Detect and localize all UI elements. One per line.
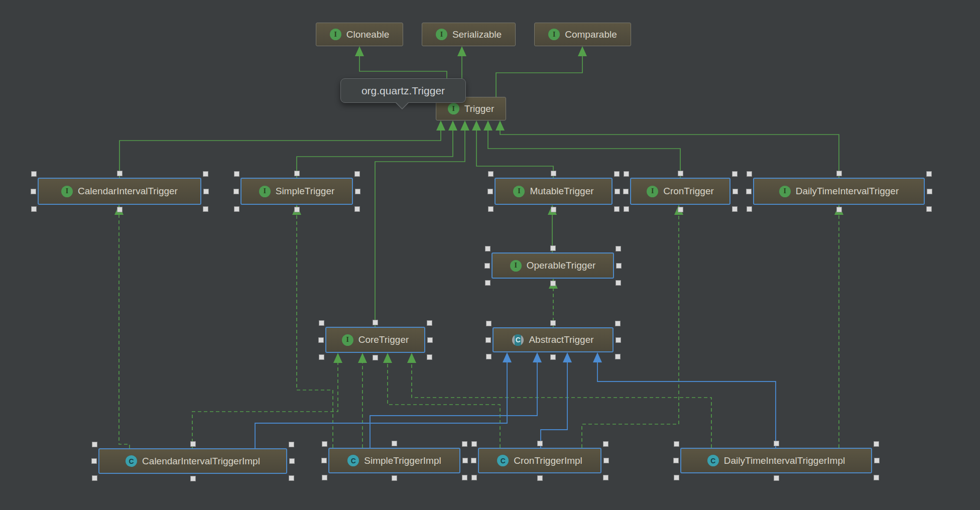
node-simple-trigger-impl[interactable]: CSimpleTriggerImpl — [328, 448, 460, 473]
selection-handle[interactable] — [117, 207, 122, 212]
selection-handle[interactable] — [537, 441, 543, 446]
selection-handle[interactable] — [487, 189, 493, 194]
node-simple-trigger[interactable]: ISimpleTrigger — [240, 178, 353, 205]
node-cron-trigger-impl[interactable]: CCronTriggerImpl — [478, 448, 601, 473]
selection-handle[interactable] — [289, 458, 295, 464]
selection-handle[interactable] — [289, 442, 294, 447]
selection-handle[interactable] — [294, 171, 300, 176]
selection-handle[interactable] — [486, 321, 492, 326]
node-calendar-interval-trigger[interactable]: ICalendarIntervalTrigger — [38, 178, 201, 205]
node-cloneable[interactable]: ICloneable — [316, 23, 403, 46]
selection-handle[interactable] — [354, 171, 360, 177]
selection-handle[interactable] — [674, 441, 679, 447]
selection-handle[interactable] — [289, 475, 294, 481]
selection-handle[interactable] — [190, 441, 196, 447]
selection-handle[interactable] — [926, 171, 932, 177]
selection-handle[interactable] — [550, 245, 556, 251]
selection-handle[interactable] — [354, 206, 360, 212]
selection-handle[interactable] — [774, 441, 779, 446]
selection-handle[interactable] — [319, 320, 324, 326]
selection-handle[interactable] — [674, 475, 679, 480]
selection-handle[interactable] — [488, 206, 494, 212]
selection-handle[interactable] — [91, 458, 97, 464]
selection-handle[interactable] — [203, 171, 208, 177]
selection-handle[interactable] — [294, 207, 300, 212]
selection-handle[interactable] — [462, 441, 467, 447]
node-daily-time-interval-trigger[interactable]: IDailyTimeIntervalTrigger — [753, 178, 925, 205]
selection-handle[interactable] — [616, 263, 622, 269]
selection-handle[interactable] — [746, 189, 752, 194]
selection-handle[interactable] — [603, 458, 609, 463]
selection-handle[interactable] — [774, 475, 779, 481]
selection-handle[interactable] — [488, 171, 494, 177]
selection-handle[interactable] — [392, 441, 397, 446]
selection-handle[interactable] — [322, 475, 327, 480]
selection-handle[interactable] — [603, 475, 608, 480]
node-daily-time-interval-trigger-impl[interactable]: CDailyTimeIntervalTriggerImpl — [680, 448, 872, 473]
selection-handle[interactable] — [485, 337, 491, 343]
selection-handle[interactable] — [603, 441, 608, 447]
selection-handle[interactable] — [321, 458, 327, 463]
selection-handle[interactable] — [874, 458, 880, 463]
selection-handle[interactable] — [874, 475, 879, 480]
selection-handle[interactable] — [471, 458, 476, 463]
selection-handle[interactable] — [373, 355, 378, 360]
selection-handle[interactable] — [322, 441, 327, 447]
selection-handle[interactable] — [678, 171, 683, 176]
selection-handle[interactable] — [392, 475, 397, 481]
selection-handle[interactable] — [614, 171, 620, 177]
selection-handle[interactable] — [926, 206, 932, 212]
selection-handle[interactable] — [203, 206, 208, 212]
selection-handle[interactable] — [471, 441, 477, 447]
selection-handle[interactable] — [92, 475, 97, 481]
node-mutable-trigger[interactable]: IMutableTrigger — [495, 178, 612, 205]
selection-handle[interactable] — [550, 320, 556, 326]
selection-handle[interactable] — [836, 171, 842, 176]
selection-handle[interactable] — [616, 337, 621, 343]
selection-handle[interactable] — [537, 475, 543, 481]
selection-handle[interactable] — [31, 171, 37, 177]
selection-handle[interactable] — [462, 458, 468, 463]
diagram-canvas[interactable]: org.quartz.Trigger ICloneableISerializab… — [0, 0, 980, 510]
selection-handle[interactable] — [550, 354, 556, 360]
selection-handle[interactable] — [615, 321, 621, 326]
selection-handle[interactable] — [732, 206, 738, 212]
selection-handle[interactable] — [614, 206, 620, 212]
selection-handle[interactable] — [462, 475, 467, 480]
selection-handle[interactable] — [117, 171, 122, 176]
node-operable-trigger[interactable]: IOperableTrigger — [492, 252, 614, 279]
selection-handle[interactable] — [673, 458, 679, 463]
selection-handle[interactable] — [318, 337, 324, 343]
selection-handle[interactable] — [551, 171, 556, 176]
selection-handle[interactable] — [616, 246, 621, 251]
selection-handle[interactable] — [624, 206, 629, 212]
selection-handle[interactable] — [31, 189, 36, 194]
selection-handle[interactable] — [615, 354, 621, 359]
selection-handle[interactable] — [485, 280, 491, 286]
selection-handle[interactable] — [486, 354, 492, 359]
node-calendar-interval-trigger-impl[interactable]: CCalendarIntervalTriggerImpl — [98, 448, 287, 474]
selection-handle[interactable] — [471, 475, 477, 480]
selection-handle[interactable] — [874, 441, 879, 447]
selection-handle[interactable] — [550, 281, 556, 286]
selection-handle[interactable] — [31, 206, 37, 212]
node-comparable[interactable]: IComparable — [534, 23, 631, 46]
selection-handle[interactable] — [623, 189, 629, 194]
selection-handle[interactable] — [678, 207, 683, 212]
selection-handle[interactable] — [747, 206, 752, 212]
selection-handle[interactable] — [373, 320, 378, 325]
selection-handle[interactable] — [732, 171, 738, 177]
selection-handle[interactable] — [233, 189, 239, 194]
node-abstract-trigger[interactable]: CAbstractTrigger — [493, 327, 614, 352]
selection-handle[interactable] — [732, 189, 738, 194]
selection-handle[interactable] — [484, 263, 490, 269]
selection-handle[interactable] — [927, 189, 932, 194]
selection-handle[interactable] — [427, 354, 432, 360]
selection-handle[interactable] — [615, 189, 620, 194]
selection-handle[interactable] — [624, 171, 629, 177]
selection-handle[interactable] — [92, 442, 97, 447]
selection-handle[interactable] — [203, 189, 209, 194]
node-cron-trigger[interactable]: ICronTrigger — [630, 178, 730, 205]
selection-handle[interactable] — [234, 171, 239, 177]
selection-handle[interactable] — [355, 189, 360, 194]
